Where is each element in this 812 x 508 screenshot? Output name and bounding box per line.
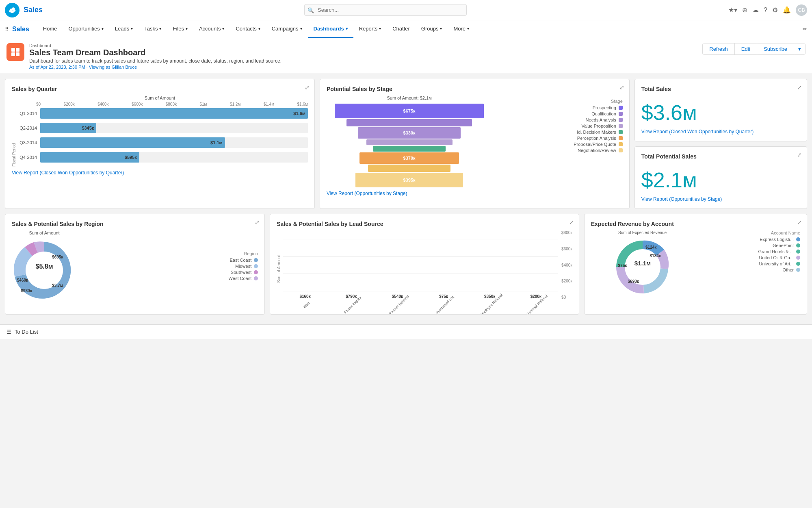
legend-west-coast: West Coast: [83, 276, 258, 281]
region-val-west: $3.7м: [52, 283, 63, 288]
sales-by-lead-card: Sales & Potential Sales by Lead Source ⤢…: [270, 214, 579, 315]
nav-item-accounts[interactable]: Accounts ▾: [193, 20, 230, 38]
grid-line-2: [283, 274, 558, 274]
sec-nav-appname[interactable]: Sales: [12, 26, 29, 33]
funnel-val-perception: $370к: [403, 156, 416, 161]
rev-val-other: $693к: [628, 279, 639, 284]
nav-item-contacts[interactable]: Contacts ▾: [230, 20, 266, 38]
refresh-button[interactable]: Refresh: [703, 43, 735, 54]
legend-dot-east: [254, 258, 258, 262]
legend-prospecting: Prospecting: [498, 105, 623, 110]
view-report-total-potential[interactable]: View Report (Opportunities by Stage): [641, 196, 800, 202]
edit-button[interactable]: Edit: [735, 43, 757, 54]
lead-bar-area: $160к $790к $540к $75к: [283, 230, 558, 300]
y-axis-label-quarter: Fiscal Period: [12, 108, 16, 167]
nav-item-campaigns[interactable]: Campaigns ▾: [266, 20, 308, 38]
y-label-600k: $600к: [561, 247, 572, 251]
bar-v-val-employee: $350к: [484, 294, 495, 299]
legend-dot-perception: [619, 136, 623, 140]
legend-dot-value-prop: [619, 124, 623, 128]
view-report-total-sales[interactable]: View Report (Closed Won Opportunities by…: [641, 129, 800, 135]
todo-label[interactable]: To Do List: [15, 329, 38, 335]
rev-val-grand: $75к: [618, 263, 627, 268]
expand-icon-total-sales[interactable]: ⤢: [797, 84, 802, 91]
bar-v-partner: $540к: [375, 294, 420, 299]
help-icon[interactable]: ?: [764, 7, 767, 14]
nav-edit-icon[interactable]: ✏: [803, 26, 807, 32]
bar-row-q3: Q3-2014 $1.1м: [18, 137, 308, 148]
search-input[interactable]: [304, 4, 467, 16]
grid-line-4: [283, 239, 558, 239]
legend-label-negotiation: Negotiation/Review: [578, 148, 616, 153]
total-potential-sales-card: Total Potential Sales ⤢ $2.1м View Repor…: [634, 146, 807, 209]
bar-row-q1: Q1-2014 $1.6м: [18, 108, 308, 119]
favorite-icon[interactable]: ★▾: [728, 6, 737, 14]
nav-item-chatter[interactable]: Chatter: [387, 20, 416, 38]
nav-item-dashboards-label: Dashboards: [314, 26, 344, 32]
legend-qualification: Qualification: [498, 111, 623, 116]
region-legend: Region East Coast Midwest Southwest: [83, 251, 258, 282]
nav-item-more[interactable]: More ▾: [448, 20, 475, 38]
nav-item-home[interactable]: Home: [37, 20, 63, 38]
expand-icon-region[interactable]: ⤢: [255, 219, 260, 226]
nav-right-icons: ★▾ ⊕ ☁ ? ⚙ 🔔 GB: [728, 4, 807, 16]
view-report-quarter[interactable]: View Report (Closed Won Opportunities by…: [12, 170, 308, 176]
dashboard-body: Sales by Quarter ⤢ Sum of Amount $0 $200…: [0, 74, 812, 324]
legend-label-proposal: Proposal/Price Quote: [574, 142, 616, 147]
nav-item-groups[interactable]: Groups ▾: [416, 20, 448, 38]
expand-icon-lead[interactable]: ⤢: [569, 219, 574, 226]
bar-val-q2: $345к: [82, 126, 94, 130]
legend-decision: Id. Decision Makers: [498, 130, 623, 135]
right-col-1: Total Sales ⤢ $3.6м View Report (Closed …: [634, 79, 807, 209]
legend-perception: Perception Analysis: [498, 136, 623, 141]
legend-label-university: University of Ari...: [759, 261, 794, 266]
nav-item-dashboards[interactable]: Dashboards ▾: [308, 20, 353, 38]
legend-genepoint: GenePoint: [697, 243, 800, 248]
bar-v-val-external: $200к: [531, 294, 541, 299]
bar-fill-q3: $1.1м: [40, 137, 225, 148]
x-axis-400k: $400k: [97, 102, 108, 106]
grid-line-3: [283, 256, 558, 257]
funnel-seg-prospecting: $675к: [335, 104, 484, 118]
expand-icon-quarter[interactable]: ⤢: [305, 84, 310, 91]
salesforce-logo[interactable]: [5, 3, 19, 17]
region-val-southwest: $930к: [21, 289, 32, 293]
legend-dot-negotiation: [619, 148, 623, 152]
actions-dropdown-button[interactable]: ▾: [794, 43, 805, 54]
view-report-stage[interactable]: View Report (Opportunities by Stage): [327, 191, 623, 196]
expand-icon-total-potential[interactable]: ⤢: [797, 152, 802, 158]
bar-v-val-purchased: $75к: [439, 294, 448, 299]
legend-label-east: East Coast: [230, 258, 251, 263]
subscribe-button[interactable]: Subscribe: [757, 43, 794, 54]
bar-label-q2: Q2-2014: [18, 126, 40, 130]
dash-label: Dashboard: [29, 43, 281, 48]
avatar[interactable]: GB: [796, 4, 807, 16]
nav-item-leads[interactable]: Leads ▾: [109, 20, 139, 38]
cloud-icon[interactable]: ☁: [752, 6, 759, 14]
legend-dot-west: [254, 276, 258, 280]
bar-v-val-partner: $540к: [392, 294, 403, 299]
expand-icon-stage[interactable]: ⤢: [619, 84, 624, 91]
y-label-200k: $200к: [561, 279, 572, 283]
nav-item-files-label: Files: [173, 26, 184, 32]
legend-dot-southwest: [254, 270, 258, 274]
nav-item-reports[interactable]: Reports ▾: [353, 20, 387, 38]
legend-label-decision: Id. Decision Makers: [577, 130, 616, 135]
dashboard-header: Dashboard Sales Team Dream Dashboard Das…: [0, 38, 812, 74]
bell-icon[interactable]: 🔔: [783, 6, 791, 14]
nav-item-tasks[interactable]: Tasks ▾: [139, 20, 167, 38]
sales-by-quarter-chart: Sum of Amount $0 $200k $400k $600k $800k…: [12, 96, 308, 167]
grid-icon[interactable]: ⠿: [5, 26, 9, 32]
revenue-chart-label: Sum of Expected Revenue: [618, 230, 667, 235]
app-name: Sales: [24, 6, 43, 14]
funnel-val-needs: $330к: [403, 130, 416, 135]
x-axis-1-6m: $1.6м: [297, 102, 308, 106]
nav-item-files[interactable]: Files ▾: [167, 20, 193, 38]
revenue-donut-chart: $1.1м $124к $134к $693к $75к: [612, 237, 673, 297]
settings-icon[interactable]: ⚙: [772, 6, 778, 14]
bar-val-q4: $595к: [125, 155, 137, 160]
x-axis-quarter: $0 $200k $400k $600k $800k $1м $1.2м $1.…: [12, 102, 308, 108]
add-icon[interactable]: ⊕: [742, 6, 747, 14]
expand-icon-revenue[interactable]: ⤢: [797, 219, 802, 226]
nav-item-opportunities[interactable]: Opportunities ▾: [63, 20, 109, 38]
